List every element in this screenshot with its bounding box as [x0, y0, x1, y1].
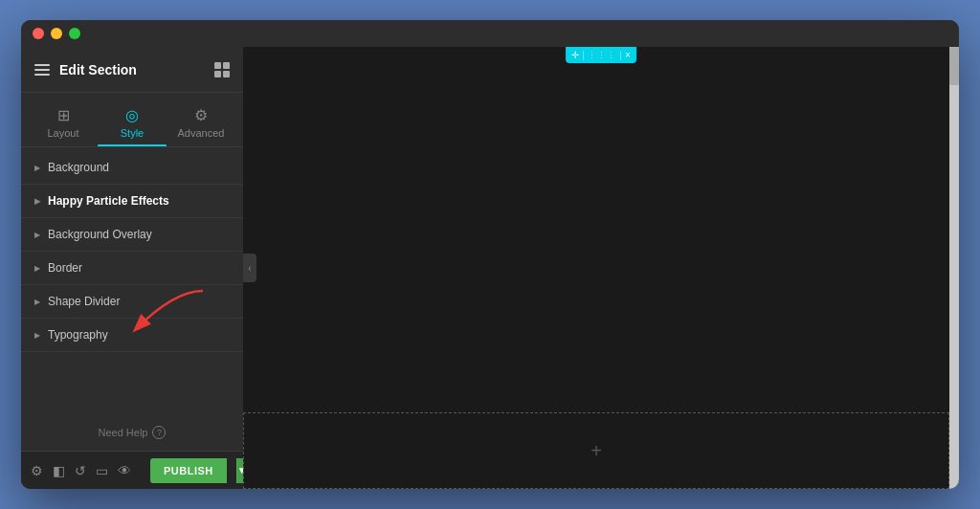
style-icon: ◎ [125, 106, 139, 124]
app-window: Edit Section ⊞ Layout ◎ Style ⚙ Adv [21, 20, 959, 489]
grid-icon[interactable] [214, 62, 230, 77]
add-section-plus[interactable]: + [590, 440, 602, 462]
accordion-border-header[interactable]: ▶ Border [21, 252, 243, 284]
section-box[interactable]: + [243, 412, 949, 489]
hamburger-icon[interactable] [34, 64, 50, 76]
accordion-particle: ▶ Happy Particle Effects [21, 185, 243, 218]
accordion-overlay: ▶ Background Overlay [21, 218, 243, 252]
accordion-typography: ▶ Typography [21, 319, 243, 352]
header-left: Edit Section [34, 62, 137, 77]
maximize-button[interactable] [69, 28, 80, 39]
history-icon[interactable]: ↺ [75, 463, 86, 478]
tab-layout-label: Layout [47, 127, 78, 139]
sidebar-header: Edit Section [21, 47, 243, 93]
accordion-shape-label: Shape Divider [48, 295, 120, 308]
tab-style[interactable]: ◎ Style [98, 100, 167, 146]
canvas-scrollbar[interactable] [949, 47, 959, 489]
accordion-background-header[interactable]: ▶ Background [21, 151, 243, 184]
tab-style-label: Style [121, 127, 144, 139]
layers-icon[interactable]: ◧ [53, 463, 65, 478]
chevron-icon: ▶ [34, 164, 40, 172]
layout-icon: ⊞ [57, 106, 70, 124]
add-section-area[interactable]: + [243, 412, 959, 489]
accordion-shape: ▶ Shape Divider [21, 285, 243, 319]
accordion-overlay-label: Background Overlay [48, 228, 152, 241]
section-toolbar: ✛ ⋮⋮⋮ × [566, 47, 636, 63]
collapse-handle[interactable]: ‹ [243, 254, 256, 282]
accordion-overlay-header[interactable]: ▶ Background Overlay [21, 218, 243, 251]
toolbar-divider [583, 51, 584, 60]
chevron-icon-2: ▶ [34, 197, 40, 206]
canvas-area: ‹ ✛ ⋮⋮⋮ × + [243, 47, 959, 489]
minimize-button[interactable] [51, 28, 62, 39]
accordion-typography-label: Typography [48, 328, 108, 342]
tab-layout[interactable]: ⊞ Layout [29, 100, 98, 146]
accordion-shape-header[interactable]: ▶ Shape Divider [21, 285, 243, 318]
need-help-section: Need Help ? [21, 414, 243, 451]
chevron-icon-3: ▶ [34, 231, 40, 239]
tabs-bar: ⊞ Layout ◎ Style ⚙ Advanced [21, 93, 243, 147]
tab-advanced[interactable]: ⚙ Advanced [167, 100, 235, 146]
bottom-toolbar: ⚙ ◧ ↺ ▭ 👁 PUBLISH ▼ [21, 451, 243, 489]
title-bar [21, 20, 959, 47]
edit-section-icon[interactable]: ⋮⋮⋮ [588, 51, 616, 60]
accordion-particle-header[interactable]: ▶ Happy Particle Effects [21, 185, 243, 217]
scrollbar-thumb[interactable] [949, 47, 959, 85]
accordion-border-label: Border [48, 261, 82, 275]
canvas-main[interactable]: ✛ ⋮⋮⋮ × [243, 47, 959, 412]
chevron-icon-5: ▶ [34, 298, 40, 306]
help-icon[interactable]: ? [152, 426, 166, 439]
settings-icon[interactable]: ⚙ [31, 463, 43, 478]
accordion-background: ▶ Background [21, 151, 243, 185]
close-section-icon[interactable]: × [625, 50, 631, 60]
chevron-icon-6: ▶ [34, 331, 40, 340]
publish-button[interactable]: PUBLISH [150, 458, 227, 483]
need-help-label: Need Help [99, 427, 148, 438]
sidebar: Edit Section ⊞ Layout ◎ Style ⚙ Adv [21, 47, 243, 489]
accordion-typography-header[interactable]: ▶ Typography [21, 319, 243, 351]
sidebar-title: Edit Section [59, 62, 137, 77]
collapse-icon: ‹ [248, 263, 251, 274]
preview-icon[interactable]: 👁 [118, 463, 131, 478]
chevron-icon-4: ▶ [34, 264, 40, 273]
tab-advanced-label: Advanced [178, 127, 225, 139]
toolbar-divider-2 [620, 51, 621, 60]
app-body: Edit Section ⊞ Layout ◎ Style ⚙ Adv [21, 47, 959, 489]
advanced-icon: ⚙ [194, 106, 208, 124]
accordion-particle-label: Happy Particle Effects [48, 194, 169, 208]
accordion: ▶ Background ▶ Happy Particle Effects ▶ … [21, 147, 243, 414]
move-icon[interactable]: ✛ [571, 50, 579, 60]
accordion-background-label: Background [48, 161, 109, 174]
close-button[interactable] [33, 28, 44, 39]
accordion-border: ▶ Border [21, 252, 243, 285]
responsive-icon[interactable]: ▭ [96, 463, 108, 478]
